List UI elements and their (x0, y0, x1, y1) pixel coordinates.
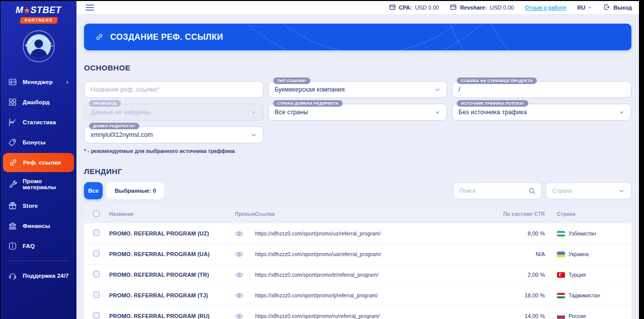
redirect-domain-select[interactable]: ДОМЕН РЕДИРЕКТА* xmnylu0l12nymst.com (84, 126, 264, 143)
header-country: Страна (557, 211, 622, 217)
landing-link[interactable]: https://x8hzzz0.com/sport/promo/tj/refer… (255, 292, 502, 298)
feedback-link[interactable]: Отзыв о работе (525, 5, 566, 11)
link-type-select[interactable]: ТИП ССЫЛКИ* Букмекерская компания (268, 81, 448, 98)
landing-country: Узбекистан (557, 230, 622, 236)
sidebar-item-label: Статистика (23, 119, 56, 125)
sidebar-item-bonuses[interactable]: Бонусы (1, 132, 76, 152)
sidebar-menu: Менеджер›ДашбордСтатистикаБонусыРеф. ссы… (1, 72, 76, 286)
sidebar-item-support[interactable]: Поддержка 24/7 (1, 266, 76, 286)
ref-links-icon (9, 158, 18, 167)
traffic-source-value: Без источника трафика (458, 109, 527, 116)
sidebar-item-ref-links[interactable]: Реф. ссылки (3, 153, 74, 172)
country-name: Россия (569, 313, 586, 319)
landing-ctr: N/A (502, 251, 557, 257)
product-link-field[interactable]: ССЫЛКА НА СТРАНИЦУ ПРОДУКТА / (452, 81, 631, 98)
landing-country: Россия (557, 313, 622, 319)
landing-ctr: 2,00 % (502, 272, 557, 278)
landing-link[interactable]: https://x8hzzz0.com/sport/promo/uz/refer… (255, 230, 502, 236)
screen: M★STBET PARTNERS MOSTBET PARTNER Менедже… (0, 0, 644, 319)
sidebar-item-label: Промо материалы (23, 178, 71, 190)
row-checkbox[interactable] (93, 291, 100, 298)
section-title-basic: ОСНОВНОЕ (84, 63, 631, 72)
logout-label: Выход (613, 5, 632, 11)
redirect-domain-value: xmnylu0l12nymst.com (91, 131, 153, 138)
page-title-banner: СОЗДАНИЕ РЕФ. ССЫЛКИ (84, 24, 631, 50)
logout-button[interactable]: Выход (603, 4, 632, 12)
preview-eye-icon[interactable] (235, 312, 244, 319)
country-name: Узбекистан (569, 230, 596, 236)
landing-toolbar: Все Выбранные: 0 Страна (84, 182, 631, 199)
sidebar-item-faq[interactable]: FAQ (1, 236, 76, 256)
sidebar-divider (8, 261, 69, 261)
chevron-down-icon (251, 132, 257, 138)
chevron-down-icon (251, 109, 257, 116)
row-checkbox[interactable] (93, 250, 100, 257)
page-title: СОЗДАНИЕ РЕФ. ССЫЛКИ (110, 32, 223, 42)
sidebar-item-promo[interactable]: Промо материалы (1, 173, 76, 196)
hamburger-menu-icon[interactable] (86, 5, 94, 11)
faq-icon (8, 242, 17, 251)
table-row: PROMO. REFERRAL PROGRAM (UA)https://x8hz… (84, 244, 631, 264)
redirect-domain-label: ДОМЕН РЕДИРЕКТА* (89, 123, 139, 129)
landing-name: PROMO. REFERRAL PROGRAM (TR) (109, 272, 235, 278)
row-checkbox[interactable] (93, 229, 100, 236)
search-input[interactable] (459, 188, 524, 194)
sidebar-item-finance[interactable]: Финансы (1, 216, 76, 236)
link-type-value: Букмекерская компания (275, 86, 345, 93)
sidebar-item-label: Финансы (23, 223, 50, 229)
row-checkbox[interactable] (93, 271, 100, 277)
landing-country: Турция (557, 272, 622, 278)
promocode-label: ПРОМОКОД (89, 100, 121, 107)
tab-all[interactable]: Все (84, 182, 103, 199)
traffic-source-label: ИСТОЧНИК ТРАФИКА ПОТОКА* (457, 100, 528, 107)
preview-eye-icon[interactable] (235, 229, 244, 238)
preview-eye-icon[interactable] (235, 271, 244, 279)
country-name: Таджикистан (569, 292, 600, 298)
chevron-down-icon (618, 109, 625, 116)
content: CPA: USD 0.00 Revshare: USD 0.00 Отзыв о… (76, 1, 639, 319)
sidebar-item-store[interactable]: Store (1, 196, 76, 216)
ref-link-name-field[interactable] (84, 81, 264, 98)
sidebar-item-statistics[interactable]: Статистика (1, 112, 76, 132)
landing-link[interactable]: https://x8hzzz0.com/sport/promo/ru/refer… (255, 313, 502, 319)
preview-eye-icon[interactable] (235, 291, 244, 300)
store-icon (8, 201, 17, 210)
redirect-country-label: СТРАНА ДОМЕНА РЕДИРЕКТА (273, 100, 343, 107)
tab-selected[interactable]: Выбранные: 0 (107, 182, 164, 199)
landing-ctr: 18,00 % (502, 292, 557, 298)
chevron-down-icon (434, 109, 441, 116)
logo-partners-badge: PARTNERS (20, 17, 58, 24)
country-name: Украина (569, 251, 589, 257)
app-window: M★STBET PARTNERS MOSTBET PARTNER Менедже… (1, 1, 639, 319)
landing-link[interactable]: https://x8hzzz0.com/sport/promo/ua/refer… (255, 251, 502, 257)
redirect-country-select[interactable]: СТРАНА ДОМЕНА РЕДИРЕКТА Все страны (268, 104, 448, 121)
table-row: PROMO. REFERRAL PROGRAM (TJ)https://x8hz… (84, 285, 631, 305)
table-row: PROMO. REFERRAL PROGRAM (TR)https://x8hz… (84, 264, 631, 285)
preview-eye-icon[interactable] (235, 250, 244, 259)
landing-name: PROMO. REFERRAL PROGRAM (UZ) (109, 230, 235, 236)
row-checkbox[interactable] (93, 312, 100, 318)
search-box[interactable] (453, 182, 542, 199)
language-selector[interactable]: RU (577, 5, 592, 11)
traffic-source-select[interactable]: ИСТОЧНИК ТРАФИКА ПОТОКА* Без источника т… (452, 104, 631, 121)
wallet-icon (389, 4, 396, 12)
support-icon (8, 271, 17, 280)
landing-country: Украина (557, 251, 622, 257)
landing-link[interactable]: https://x8hzzz0.com/sport/promo/tr/refer… (255, 272, 502, 278)
cpa-label: CPA: (399, 5, 412, 11)
chevron-down-icon (434, 87, 441, 93)
sidebar-item-label: FAQ (23, 243, 35, 249)
country-filter-select[interactable]: Страна (546, 182, 631, 199)
ref-link-name-input[interactable] (91, 86, 257, 93)
sidebar-item-manager[interactable]: Менеджер› (1, 72, 76, 92)
sidebar-item-label: Бонусы (23, 139, 46, 145)
sidebar-item-dashboard[interactable]: Дашборд (1, 92, 76, 112)
wallet-icon (450, 4, 457, 12)
search-icon (528, 187, 536, 195)
country-name: Турция (569, 272, 586, 278)
page: СОЗДАНИЕ РЕФ. ССЫЛКИ ОСНОВНОЕ ТИП ССЫЛКИ… (76, 14, 639, 319)
landing-ctr: 8,00 % (502, 230, 557, 236)
table-body: PROMO. REFERRAL PROGRAM (UZ)https://x8hz… (84, 223, 631, 319)
select-all-checkbox[interactable] (93, 210, 100, 217)
flag-icon (557, 231, 565, 236)
